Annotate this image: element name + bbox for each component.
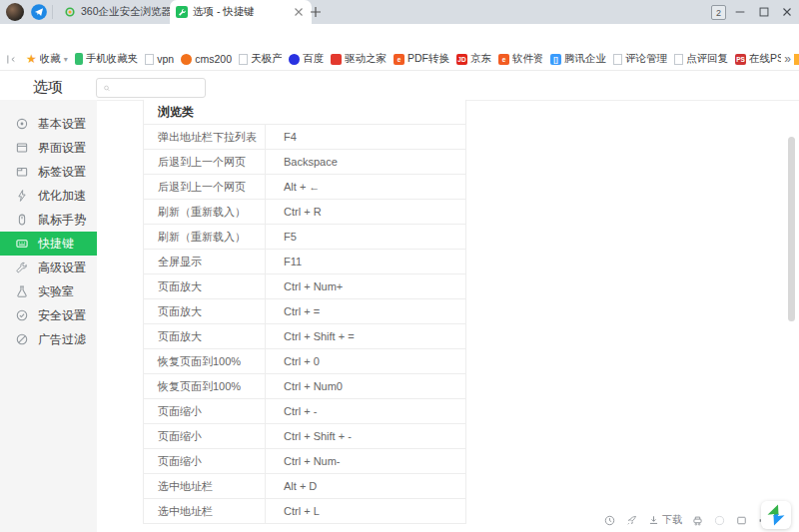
- sidebar-item-basic[interactable]: 基本设置: [0, 112, 97, 136]
- shortcut-keys-cell[interactable]: Alt + ←: [265, 175, 465, 199]
- shortcut-keys-cell[interactable]: Ctrl + Shift + =: [265, 324, 465, 348]
- bookmark-item[interactable]: 手机收藏夹: [75, 52, 139, 66]
- bookmark-label: 百度: [303, 52, 324, 66]
- shortcut-action-label: 选中地址栏: [144, 499, 265, 523]
- settings-search-input[interactable]: [115, 82, 199, 95]
- shortcut-keys-cell[interactable]: Ctrl + R: [265, 200, 465, 224]
- shortcut-keys-cell[interactable]: Ctrl + -: [265, 399, 465, 423]
- shortcut-action-label: 选中地址栏: [144, 474, 265, 498]
- sidebar-item-tabs[interactable]: 标签设置: [0, 160, 97, 184]
- sidebar-item-speed[interactable]: 优化加速: [0, 184, 97, 208]
- shortcut-action-label: 页面缩小: [144, 449, 265, 473]
- shortcut-keys-cell[interactable]: F11: [265, 250, 465, 273]
- page-icon: [613, 54, 622, 65]
- adblock-icon: [15, 332, 29, 346]
- sidebar-item-ui[interactable]: 界面设置: [0, 136, 97, 160]
- shortcut-row: 弹出地址栏下拉列表F4: [144, 125, 465, 150]
- favicon-icon: [331, 54, 342, 65]
- shortcut-row: 页面缩小Ctrl + -: [144, 399, 465, 424]
- bookmark-label: 京东: [470, 52, 491, 66]
- bookmark-item[interactable]: JD京东: [456, 52, 491, 66]
- settings-search-box[interactable]: [96, 78, 206, 98]
- tab-options-shortcut[interactable]: 选项 - 快捷键: [170, 0, 312, 24]
- sidebar-item-adblock[interactable]: 广告过滤: [0, 327, 97, 351]
- tab-close-icon[interactable]: [292, 5, 306, 19]
- shortcut-keys-cell[interactable]: F4: [265, 125, 465, 149]
- shortcut-action-label: 页面放大: [144, 299, 265, 323]
- shortcut-keys-cell[interactable]: Ctrl + =: [265, 299, 465, 323]
- vertical-scrollbar-thumb[interactable]: [788, 137, 795, 321]
- bookmarks-panel-toggle-icon[interactable]: [5, 53, 18, 66]
- user-avatar[interactable]: [6, 3, 24, 21]
- bookmark-item[interactable]: vpn: [145, 53, 174, 65]
- minimize-button[interactable]: [733, 5, 747, 19]
- shortcut-keys-cell[interactable]: Backspace: [265, 150, 465, 174]
- maximize-button[interactable]: [757, 5, 771, 19]
- share-paper-plane-icon[interactable]: [30, 3, 48, 21]
- shortcut-action-label: 恢复页面到100%: [144, 349, 265, 373]
- shortcut-row: 页面放大Ctrl + Num+: [144, 274, 465, 299]
- bookmark-item[interactable]: 评论管理: [613, 52, 667, 66]
- bookmark-label: PDF转换: [407, 52, 449, 66]
- favicon-icon: e: [498, 54, 509, 65]
- bookmark-item[interactable]: 百度: [289, 52, 324, 66]
- shortcut-keys-cell[interactable]: F5: [265, 225, 465, 249]
- bookmark-item[interactable]: []腾讯企业: [550, 52, 606, 66]
- rocket-boost-icon[interactable]: [625, 514, 638, 527]
- window-mode-icon[interactable]: [735, 514, 748, 527]
- page-icon: [145, 54, 154, 65]
- bookmark-label: 手机收藏夹: [86, 52, 139, 66]
- shortcut-keys-cell[interactable]: Ctrl + Num+: [265, 274, 465, 298]
- sidebar-item-advanced[interactable]: 高级设置: [0, 256, 97, 279]
- star-icon: ★: [26, 53, 37, 65]
- bookmark-item[interactable]: PS在线PS: [735, 52, 784, 66]
- chat-icon[interactable]: [713, 514, 726, 527]
- bookmarks-overflow-chevron[interactable]: »: [781, 52, 794, 66]
- sidebar-item-mouse[interactable]: 鼠标手势: [0, 208, 97, 232]
- page-icon: [239, 54, 248, 65]
- shortcut-keys-cell[interactable]: Ctrl + Num0: [265, 374, 465, 398]
- bookmark-item[interactable]: 天极产品: [239, 52, 282, 66]
- printer-icon[interactable]: [691, 514, 704, 527]
- shortcut-action-label: 全屏显示: [144, 250, 265, 273]
- browser-assistant-logo[interactable]: [761, 501, 791, 529]
- shortcut-action-label: 刷新（重新载入）: [144, 200, 265, 224]
- shortcut-keys-cell[interactable]: Ctrl + Num-: [265, 449, 465, 473]
- phone-icon: [75, 53, 83, 65]
- sidebar-item-shortcut[interactable]: 快捷键: [0, 232, 97, 256]
- shortcut-row: 恢复页面到100%Ctrl + Num0: [144, 374, 465, 399]
- bookmark-item[interactable]: e软件资讯: [498, 52, 543, 66]
- bookmark-label: 评论管理: [625, 52, 667, 66]
- shortcut-row: 页面放大Ctrl + Shift + =: [144, 324, 465, 349]
- sidebar-item-label: 高级设置: [38, 260, 86, 276]
- shortcut-keys-cell[interactable]: Ctrl + Shift + -: [265, 424, 465, 448]
- tab-title: 选项 - 快捷键: [193, 5, 255, 19]
- history-clock-icon[interactable]: [603, 514, 616, 527]
- notification-badge[interactable]: 2: [711, 5, 726, 20]
- favicon-icon: e: [394, 54, 404, 65]
- security-icon: [15, 308, 29, 322]
- shortcut-action-label: 恢复页面到100%: [144, 374, 265, 398]
- sidebar-item-label: 安全设置: [38, 307, 86, 324]
- sidebar-item-lab[interactable]: 实验室: [0, 279, 97, 303]
- bookmark-item[interactable]: ePDF转换: [394, 52, 449, 66]
- favicon-icon: JD: [456, 54, 467, 65]
- bookmark-label: 点评回复: [686, 52, 728, 66]
- shortcut-keys-cell[interactable]: Alt + D: [265, 474, 465, 498]
- bookmark-favorites[interactable]: ★ 收藏 ▾: [26, 52, 68, 66]
- shortcut-action-label: 后退到上一个网页: [144, 150, 265, 174]
- new-tab-button[interactable]: [308, 4, 324, 20]
- bookmark-item[interactable]: cms200: [181, 53, 232, 65]
- close-window-button[interactable]: [780, 5, 794, 19]
- sidebar-item-label: 基本设置: [38, 116, 86, 133]
- shortcut-action-label: 弹出地址栏下拉列表: [144, 125, 265, 149]
- bookmark-label: vpn: [157, 53, 174, 65]
- shortcut-keys-cell[interactable]: Ctrl + L: [265, 499, 465, 523]
- download-manager-button[interactable]: 下载: [647, 513, 682, 527]
- shortcut-keys-cell[interactable]: Ctrl + 0: [265, 349, 465, 373]
- tab-360-browser[interactable]: 360企业安全浏览器: [58, 0, 178, 24]
- shortcut-action-label: 页面放大: [144, 324, 265, 348]
- sidebar-item-security[interactable]: 安全设置: [0, 303, 97, 327]
- bookmark-item[interactable]: 点评回复: [674, 52, 728, 66]
- bookmark-item[interactable]: 驱动之家: [331, 52, 387, 66]
